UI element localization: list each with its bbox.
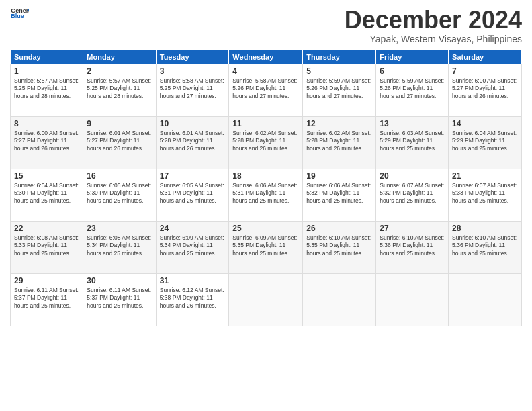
day-info: Sunrise: 6:00 AM Sunset: 5:27 PM Dayligh…: [14, 130, 79, 154]
table-row: 27Sunrise: 6:10 AM Sunset: 5:36 PM Dayli…: [376, 221, 449, 273]
table-row: 9Sunrise: 6:01 AM Sunset: 5:27 PM Daylig…: [83, 116, 156, 169]
table-row: 28Sunrise: 6:10 AM Sunset: 5:36 PM Dayli…: [449, 221, 522, 273]
table-row: 16Sunrise: 6:05 AM Sunset: 5:30 PM Dayli…: [83, 169, 156, 221]
day-number: 19: [306, 171, 372, 181]
day-info: Sunrise: 6:08 AM Sunset: 5:33 PM Dayligh…: [14, 234, 79, 259]
table-row: 12Sunrise: 6:02 AM Sunset: 5:28 PM Dayli…: [303, 116, 376, 169]
day-number: 24: [160, 224, 226, 233]
day-number: 10: [160, 119, 226, 128]
table-row: 4Sunrise: 5:58 AM Sunset: 5:26 PM Daylig…: [229, 64, 303, 116]
table-row: 2Sunrise: 5:57 AM Sunset: 5:25 PM Daylig…: [83, 64, 156, 116]
day-info: Sunrise: 6:10 AM Sunset: 5:36 PM Dayligh…: [452, 234, 518, 259]
table-row: 11Sunrise: 6:02 AM Sunset: 5:28 PM Dayli…: [229, 116, 303, 169]
day-number: 2: [87, 66, 152, 76]
day-info: Sunrise: 6:10 AM Sunset: 5:35 PM Dayligh…: [306, 234, 372, 259]
day-info: Sunrise: 5:59 AM Sunset: 5:26 PM Dayligh…: [306, 77, 372, 101]
day-info: Sunrise: 6:09 AM Sunset: 5:34 PM Dayligh…: [160, 234, 226, 259]
table-row: [229, 273, 303, 326]
day-info: Sunrise: 5:57 AM Sunset: 5:25 PM Dayligh…: [14, 77, 79, 101]
table-row: 30Sunrise: 6:11 AM Sunset: 5:37 PM Dayli…: [83, 273, 156, 326]
header-sunday: Sunday: [11, 50, 83, 64]
table-row: 19Sunrise: 6:06 AM Sunset: 5:32 PM Dayli…: [303, 169, 376, 221]
day-info: Sunrise: 6:07 AM Sunset: 5:33 PM Dayligh…: [452, 182, 518, 206]
header-monday: Monday: [83, 50, 156, 64]
day-number: 4: [232, 66, 299, 76]
header-saturday: Saturday: [449, 50, 522, 64]
table-row: 15Sunrise: 6:04 AM Sunset: 5:30 PM Dayli…: [11, 169, 83, 221]
table-row: 8Sunrise: 6:00 AM Sunset: 5:27 PM Daylig…: [11, 116, 83, 169]
day-number: 29: [14, 276, 79, 285]
day-info: Sunrise: 6:10 AM Sunset: 5:36 PM Dayligh…: [380, 234, 445, 259]
table-row: 29Sunrise: 6:11 AM Sunset: 5:37 PM Dayli…: [11, 273, 83, 326]
table-row: 14Sunrise: 6:04 AM Sunset: 5:29 PM Dayli…: [449, 116, 522, 169]
table-row: 24Sunrise: 6:09 AM Sunset: 5:34 PM Dayli…: [156, 221, 229, 273]
day-number: 8: [14, 119, 79, 128]
day-info: Sunrise: 6:04 AM Sunset: 5:29 PM Dayligh…: [452, 130, 518, 154]
table-row: 10Sunrise: 6:01 AM Sunset: 5:28 PM Dayli…: [156, 116, 229, 169]
day-number: 6: [380, 66, 445, 76]
calendar-header-row: Sunday Monday Tuesday Wednesday Thursday…: [11, 50, 522, 64]
day-number: 3: [160, 66, 226, 76]
table-row: 20Sunrise: 6:07 AM Sunset: 5:32 PM Dayli…: [376, 169, 449, 221]
table-row: [376, 273, 449, 326]
table-row: 3Sunrise: 5:58 AM Sunset: 5:25 PM Daylig…: [156, 64, 229, 116]
table-row: 25Sunrise: 6:09 AM Sunset: 5:35 PM Dayli…: [229, 221, 303, 273]
table-row: 1Sunrise: 5:57 AM Sunset: 5:25 PM Daylig…: [11, 64, 83, 116]
day-number: 1: [14, 66, 79, 76]
day-info: Sunrise: 6:06 AM Sunset: 5:32 PM Dayligh…: [306, 182, 372, 206]
day-number: 20: [380, 171, 445, 181]
day-number: 12: [306, 119, 372, 128]
day-info: Sunrise: 6:01 AM Sunset: 5:28 PM Dayligh…: [160, 130, 226, 154]
day-info: Sunrise: 5:58 AM Sunset: 5:26 PM Dayligh…: [232, 77, 299, 101]
table-row: 17Sunrise: 6:05 AM Sunset: 5:31 PM Dayli…: [156, 169, 229, 221]
day-info: Sunrise: 6:07 AM Sunset: 5:32 PM Dayligh…: [380, 182, 445, 206]
day-info: Sunrise: 6:05 AM Sunset: 5:31 PM Dayligh…: [160, 182, 226, 206]
day-number: 25: [232, 224, 299, 233]
day-info: Sunrise: 6:11 AM Sunset: 5:37 PM Dayligh…: [14, 287, 79, 311]
week-row-2: 8Sunrise: 6:00 AM Sunset: 5:27 PM Daylig…: [11, 116, 522, 169]
header-wednesday: Wednesday: [229, 50, 303, 64]
day-number: 5: [306, 66, 372, 76]
day-info: Sunrise: 6:02 AM Sunset: 5:28 PM Dayligh…: [232, 130, 299, 154]
day-info: Sunrise: 6:11 AM Sunset: 5:37 PM Dayligh…: [87, 287, 152, 311]
month-title: December 2024: [345, 7, 522, 34]
day-info: Sunrise: 6:06 AM Sunset: 5:31 PM Dayligh…: [232, 182, 299, 206]
day-info: Sunrise: 6:01 AM Sunset: 5:27 PM Dayligh…: [87, 130, 152, 154]
day-number: 30: [87, 276, 152, 285]
header: General Blue December 2024 Yapak, Wester…: [10, 7, 522, 44]
day-number: 31: [160, 276, 226, 285]
day-number: 26: [306, 224, 372, 233]
day-info: Sunrise: 5:57 AM Sunset: 5:25 PM Dayligh…: [87, 77, 152, 101]
day-info: Sunrise: 5:58 AM Sunset: 5:25 PM Dayligh…: [160, 77, 226, 101]
day-number: 17: [160, 171, 226, 181]
day-info: Sunrise: 6:08 AM Sunset: 5:34 PM Dayligh…: [87, 234, 152, 259]
day-number: 16: [87, 171, 152, 181]
table-row: 6Sunrise: 5:59 AM Sunset: 5:26 PM Daylig…: [376, 64, 449, 116]
location: Yapak, Western Visayas, Philippines: [345, 34, 522, 44]
day-info: Sunrise: 6:00 AM Sunset: 5:27 PM Dayligh…: [452, 77, 518, 101]
table-row: 23Sunrise: 6:08 AM Sunset: 5:34 PM Dayli…: [83, 221, 156, 273]
table-row: 31Sunrise: 6:12 AM Sunset: 5:38 PM Dayli…: [156, 273, 229, 326]
page: General Blue December 2024 Yapak, Wester…: [0, 0, 532, 411]
day-info: Sunrise: 6:05 AM Sunset: 5:30 PM Dayligh…: [87, 182, 152, 206]
day-number: 18: [232, 171, 299, 181]
day-info: Sunrise: 6:03 AM Sunset: 5:29 PM Dayligh…: [380, 130, 445, 154]
header-tuesday: Tuesday: [156, 50, 229, 64]
header-thursday: Thursday: [303, 50, 376, 64]
day-info: Sunrise: 6:12 AM Sunset: 5:38 PM Dayligh…: [160, 287, 226, 311]
table-row: [303, 273, 376, 326]
table-row: 26Sunrise: 6:10 AM Sunset: 5:35 PM Dayli…: [303, 221, 376, 273]
day-number: 22: [14, 224, 79, 233]
day-info: Sunrise: 6:09 AM Sunset: 5:35 PM Dayligh…: [232, 234, 299, 259]
day-number: 23: [87, 224, 152, 233]
table-row: 5Sunrise: 5:59 AM Sunset: 5:26 PM Daylig…: [303, 64, 376, 116]
day-number: 11: [232, 119, 299, 128]
day-number: 15: [14, 171, 79, 181]
svg-text:Blue: Blue: [11, 13, 24, 19]
day-number: 9: [87, 119, 152, 128]
day-number: 14: [452, 119, 518, 128]
week-row-3: 15Sunrise: 6:04 AM Sunset: 5:30 PM Dayli…: [11, 169, 522, 221]
table-row: 18Sunrise: 6:06 AM Sunset: 5:31 PM Dayli…: [229, 169, 303, 221]
week-row-5: 29Sunrise: 6:11 AM Sunset: 5:37 PM Dayli…: [11, 273, 522, 326]
header-friday: Friday: [376, 50, 449, 64]
